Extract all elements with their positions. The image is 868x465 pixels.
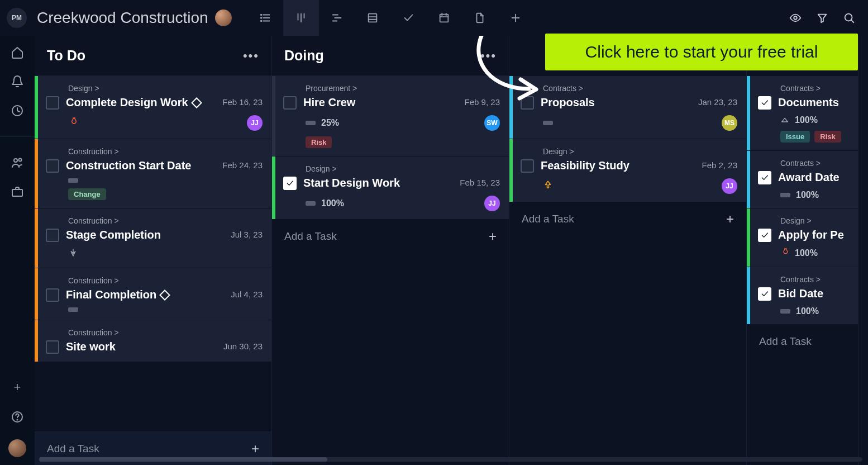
- task-breadcrumb: Design >: [543, 147, 737, 156]
- checkbox[interactable]: [758, 171, 771, 184]
- tag-risk[interactable]: Risk: [814, 131, 841, 143]
- view-list-icon[interactable]: [247, 0, 283, 36]
- column-header[interactable]: Doing •••: [272, 36, 509, 76]
- checkbox[interactable]: [758, 96, 771, 110]
- checkbox[interactable]: [521, 159, 534, 173]
- progress-icon: [306, 201, 316, 206]
- tag-risk[interactable]: Risk: [306, 136, 332, 148]
- view-gantt-icon[interactable]: [319, 0, 355, 36]
- task-card[interactable]: Design > Start Design Work Feb 15, 23 10…: [272, 156, 509, 220]
- svg-point-21: [794, 16, 797, 20]
- add-task-button[interactable]: Add a Task: [747, 325, 858, 358]
- view-sheet-icon[interactable]: [355, 0, 390, 36]
- milestone-icon: [191, 97, 202, 108]
- bell-icon[interactable]: [11, 75, 24, 88]
- task-card[interactable]: Construction > Final Completion Jul 4, 2…: [35, 268, 271, 320]
- task-card[interactable]: Procurement > Hire Crew Feb 9, 23 25% SW…: [272, 76, 509, 156]
- task-breadcrumb: Construction >: [68, 328, 263, 337]
- filter-icon[interactable]: [810, 6, 834, 30]
- briefcase-icon[interactable]: [11, 185, 24, 198]
- task-card[interactable]: Construction > Site work Jun 30, 23: [35, 320, 271, 362]
- svg-point-26: [14, 159, 17, 162]
- home-icon[interactable]: [11, 46, 24, 59]
- svg-line-24: [851, 20, 854, 23]
- flame-icon: [780, 248, 789, 259]
- svg-point-4: [260, 17, 261, 18]
- task-breadcrumb: Design >: [780, 216, 849, 225]
- add-task-button[interactable]: Add a Task +: [509, 202, 746, 236]
- task-card[interactable]: Design > Feasibility Study Feb 2, 23 JJ: [509, 139, 746, 202]
- assignee-avatar[interactable]: JJ: [722, 178, 737, 194]
- plus-icon: +: [489, 229, 497, 244]
- task-card[interactable]: Contracts > Documents 100% Issue Risk: [747, 76, 858, 151]
- task-title: Stage Completion: [66, 229, 224, 241]
- view-add-icon[interactable]: [498, 0, 533, 36]
- cta-banner[interactable]: Click here to start your free trial: [545, 34, 858, 70]
- tag-issue[interactable]: Issue: [780, 131, 810, 143]
- checkbox[interactable]: [521, 96, 534, 110]
- tag-change[interactable]: Change: [68, 188, 106, 200]
- task-card[interactable]: Contracts > Proposals Jan 23, 23 MS: [509, 76, 746, 139]
- task-title: Award Date: [778, 171, 849, 184]
- task-card[interactable]: Contracts > Award Date 100%: [747, 151, 858, 208]
- visibility-icon[interactable]: [783, 6, 808, 30]
- horizontal-scrollbar[interactable]: [39, 457, 862, 462]
- progress-icon: [780, 309, 790, 314]
- column-done-1: Contracts > Proposals Jan 23, 23 MS Desi…: [509, 36, 747, 465]
- assignee-avatar[interactable]: SW: [484, 115, 500, 131]
- arrow-down-icon: [68, 248, 78, 260]
- kanban-board: To Do ••• Design > Complete Design Work …: [35, 36, 868, 465]
- progress-pct: 25%: [321, 118, 339, 128]
- column-menu-icon[interactable]: •••: [480, 49, 497, 63]
- assignee-avatar[interactable]: JJ: [484, 196, 500, 211]
- column-menu-icon[interactable]: •••: [243, 49, 259, 63]
- add-task-label: Add a Task: [284, 230, 337, 243]
- checkbox[interactable]: [46, 340, 59, 354]
- task-card[interactable]: Contracts > Bid Date 100%: [747, 267, 858, 325]
- app-logo[interactable]: PM: [7, 8, 27, 28]
- checkbox[interactable]: [46, 288, 59, 302]
- assignee-avatar[interactable]: MS: [722, 115, 737, 131]
- task-breadcrumb: Contracts >: [780, 275, 849, 284]
- add-task-label: Add a Task: [759, 335, 812, 348]
- project-avatar[interactable]: [215, 10, 232, 26]
- svg-point-27: [19, 159, 22, 162]
- add-project-icon[interactable]: +: [14, 380, 21, 395]
- checkbox[interactable]: [46, 96, 59, 110]
- task-breadcrumb: Design >: [68, 84, 263, 93]
- svg-rect-12: [368, 14, 376, 22]
- add-task-button[interactable]: Add a Task +: [272, 220, 509, 253]
- svg-marker-22: [818, 15, 827, 23]
- svg-point-5: [260, 21, 261, 22]
- view-check-icon[interactable]: [390, 0, 426, 36]
- column-header[interactable]: To Do •••: [35, 36, 271, 76]
- task-breadcrumb: Construction >: [68, 276, 263, 285]
- column-title: Doing: [284, 48, 324, 64]
- help-icon[interactable]: [11, 410, 24, 424]
- task-card[interactable]: Construction > Construction Start Date F…: [35, 139, 271, 208]
- assignee-avatar[interactable]: JJ: [247, 115, 263, 131]
- clock-icon[interactable]: [11, 104, 24, 117]
- task-card[interactable]: Design > Complete Design Work Feb 16, 23…: [35, 76, 271, 139]
- task-breadcrumb: Design >: [306, 164, 500, 173]
- checkbox[interactable]: [758, 287, 771, 301]
- task-date: Feb 16, 23: [222, 97, 263, 107]
- people-icon[interactable]: [11, 156, 24, 169]
- checkbox[interactable]: [46, 229, 59, 242]
- search-icon[interactable]: [837, 6, 861, 30]
- progress-icon: [306, 121, 316, 125]
- task-card[interactable]: Design > Apply for Pe 100%: [747, 208, 858, 267]
- view-board-icon[interactable]: [283, 0, 319, 36]
- project-title[interactable]: Creekwood Construction: [37, 9, 208, 27]
- task-title: Start Design Work: [303, 177, 453, 189]
- view-calendar-icon[interactable]: [426, 0, 462, 36]
- checkbox[interactable]: [283, 177, 297, 190]
- view-file-icon[interactable]: [462, 0, 498, 36]
- progress-icon: [543, 121, 553, 125]
- task-card[interactable]: Construction > Stage Completion Jul 3, 2…: [35, 208, 271, 268]
- user-avatar[interactable]: [8, 439, 26, 457]
- checkbox[interactable]: [46, 159, 59, 173]
- sidebar: +: [0, 36, 35, 465]
- checkbox[interactable]: [758, 229, 771, 242]
- checkbox[interactable]: [283, 96, 297, 110]
